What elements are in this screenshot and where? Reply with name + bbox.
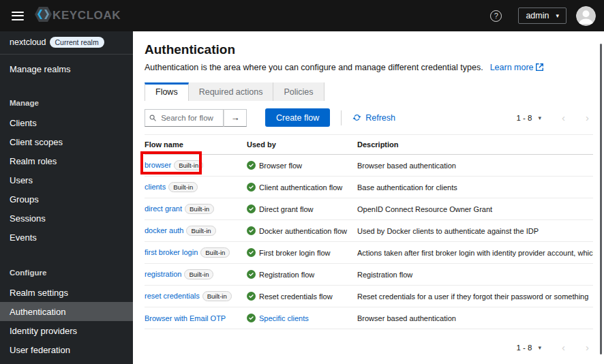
main-content: Authentication Authentication is the are… — [133, 31, 604, 364]
used-by-cell: Reset credentials flow — [247, 286, 357, 307]
sidebar-item-authentication[interactable]: Authentication — [0, 302, 133, 321]
flow-name-cell: docker authBuilt-in — [145, 220, 247, 242]
search-input[interactable] — [160, 113, 219, 123]
flow-description: Registration flow — [357, 264, 593, 286]
learn-more-link[interactable]: Learn more — [490, 63, 543, 72]
tab-bar: Flows Required actions Policies — [145, 82, 593, 101]
sidebar-item-client-scopes[interactable]: Client scopes — [0, 132, 133, 151]
page-description: Authentication is the area where you can… — [145, 63, 593, 72]
pagination-caret-icon[interactable]: ▾ — [538, 115, 541, 121]
search-icon — [149, 114, 156, 122]
built-in-badge: Built-in — [200, 247, 230, 258]
flow-name-link[interactable]: browser — [145, 161, 171, 169]
sidebar-item-realm-roles[interactable]: Realm roles — [0, 151, 133, 170]
external-link-icon — [536, 63, 543, 71]
built-in-badge: Built-in — [185, 204, 214, 214]
refresh-icon — [352, 113, 361, 122]
tab-flows[interactable]: Flows — [145, 82, 189, 101]
flow-name-cell: browserBuilt-in — [145, 155, 247, 177]
tab-policies[interactable]: Policies — [273, 82, 324, 101]
realm-selector[interactable]: nextcloud Current realm — [0, 31, 133, 55]
search-submit-button[interactable]: → — [224, 109, 247, 127]
used-by-link[interactable]: Specific clients — [259, 314, 309, 322]
used-by-cell: First broker login flow — [247, 242, 357, 264]
create-flow-button[interactable]: Create flow — [265, 108, 330, 127]
flow-name-cell: clientsBuilt-in — [145, 177, 247, 198]
table-header-row: Flow name Used by Description — [145, 135, 593, 155]
column-flow-name: Flow name — [145, 135, 247, 155]
flow-name-link[interactable]: registration — [145, 270, 181, 278]
built-in-badge: Built-in — [168, 182, 198, 192]
toolbar-divider — [341, 110, 342, 125]
used-by-cell: Docker authentication flow — [247, 220, 357, 242]
pagination-prev-icon[interactable]: ‹ — [562, 112, 565, 123]
flow-name-cell: reset credentialsBuilt-in — [145, 286, 247, 307]
nav-section-label: Manage — [0, 96, 133, 110]
column-used-by: Used by — [247, 135, 357, 155]
flow-row: docker authBuilt-inDocker authentication… — [145, 220, 593, 242]
used-by-text: First broker login flow — [259, 249, 331, 257]
tab-required-actions[interactable]: Required actions — [189, 82, 274, 101]
page-description-text: Authentication is the area where you can… — [145, 63, 483, 72]
sidebar-item-clients[interactable]: Clients — [0, 113, 133, 132]
realm-name: nextcloud — [10, 37, 46, 47]
sidebar-item-events[interactable]: Events — [0, 228, 133, 247]
success-check-icon — [247, 204, 256, 213]
refresh-button[interactable]: Refresh — [352, 113, 395, 123]
pagination-caret-icon[interactable]: ▾ — [538, 344, 541, 351]
flow-row: registrationBuilt-inRegistration flowReg… — [145, 264, 593, 286]
sidebar-item-groups[interactable]: Groups — [0, 189, 133, 209]
flow-row: reset credentialsBuilt-inReset credentia… — [145, 286, 593, 307]
menu-toggle-icon[interactable] — [12, 9, 24, 22]
success-check-icon — [247, 226, 256, 235]
sidebar-item-realm-settings[interactable]: Realm settings — [0, 283, 133, 302]
success-check-icon — [247, 248, 256, 257]
nav-section: ManageClientsClient scopesRealm rolesUse… — [0, 96, 133, 247]
success-check-icon — [247, 161, 256, 170]
pagination-range: 1 - 8 — [516, 114, 532, 122]
pagination-prev-icon[interactable]: ‹ — [562, 342, 565, 352]
flow-name-cell: registrationBuilt-in — [145, 264, 247, 286]
flow-name-link[interactable]: clients — [145, 183, 166, 191]
flow-description: Browser based authentication — [357, 155, 593, 177]
masthead-right: ? admin ▾ — [490, 6, 596, 26]
built-in-badge: Built-in — [186, 226, 215, 236]
sidebar-item-users[interactable]: Users — [0, 170, 133, 189]
pagination-next-icon[interactable]: › — [586, 342, 589, 352]
user-avatar[interactable] — [576, 6, 596, 26]
help-icon[interactable]: ? — [490, 10, 502, 22]
sidebar-item-manage-realms[interactable]: Manage realms — [0, 55, 133, 84]
masthead: KEYCLOAK ? admin ▾ — [0, 0, 604, 31]
page-title: Authentication — [145, 42, 593, 57]
current-realm-badge: Current realm — [50, 37, 104, 48]
used-by-text: Docker authentication flow — [259, 227, 347, 235]
keycloak-logo-icon — [35, 7, 52, 25]
pagination-top: 1 - 8 ▾ ‹ › — [516, 112, 589, 123]
flow-name-link[interactable]: reset credentials — [145, 292, 200, 300]
pagination-next-icon[interactable]: › — [586, 112, 589, 123]
flow-description: Used by Docker clients to authenticate a… — [357, 220, 593, 242]
scrollbar[interactable] — [600, 44, 602, 354]
flow-name-cell: direct grantBuilt-in — [145, 198, 247, 220]
flow-name-link[interactable]: Browser with Email OTP — [145, 314, 226, 322]
search-group: → — [145, 109, 247, 127]
flows-table-body: browserBuilt-inBrowser flowBrowser based… — [145, 155, 593, 329]
flow-description: Browser based authentication — [357, 307, 593, 329]
used-by-text: Browser flow — [259, 162, 302, 170]
nav-section: ConfigureRealm settingsAuthenticationIde… — [0, 266, 133, 359]
flow-description: Base authentication for clients — [357, 177, 593, 198]
pagination-range: 1 - 8 — [516, 344, 532, 352]
sidebar-item-sessions[interactable]: Sessions — [0, 209, 133, 228]
success-check-icon — [247, 270, 256, 279]
flow-row: direct grantBuilt-inDirect grant flowOpe… — [145, 198, 593, 220]
sidebar-item-user-federation[interactable]: User federation — [0, 340, 133, 359]
flow-description: OpenID Connect Resource Owner Grant — [357, 198, 593, 220]
flow-name-cell: Browser with Email OTP — [145, 307, 247, 329]
flow-name-link[interactable]: direct grant — [145, 204, 182, 213]
used-by-cell: Client authentication flow — [247, 177, 357, 198]
flow-name-link[interactable]: first broker login — [145, 248, 198, 256]
flow-name-link[interactable]: docker auth — [145, 226, 183, 234]
success-check-icon — [247, 292, 256, 301]
user-menu-dropdown[interactable]: admin ▾ — [518, 7, 567, 24]
sidebar-item-identity-providers[interactable]: Identity providers — [0, 321, 133, 340]
